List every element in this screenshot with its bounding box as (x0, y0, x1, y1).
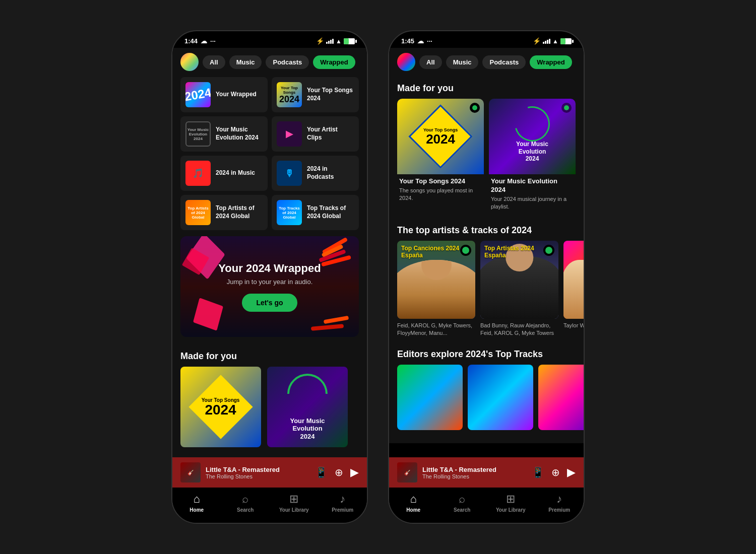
nav-item-search-1[interactable]: ⌕ Search (230, 493, 261, 513)
clips-label-1: Your Artist Clips (307, 126, 354, 142)
banner-decorations-1 (180, 236, 359, 337)
avatar-2[interactable] (397, 53, 415, 71)
lets-go-button-1[interactable]: Let's go (242, 294, 297, 312)
list-item[interactable]: 🎵 2024 in Music (180, 156, 268, 191)
phone-1: 1:44 ☁ ··· ⚡ ▲ All Music Podc (171, 30, 368, 524)
nav-item-library-1[interactable]: ⊞ Your Library (279, 493, 309, 513)
bottom-nav-2: ⌂ Home ⌕ Search ⊞ Your Library ♪ Premium (389, 488, 584, 523)
list-item[interactable]: Your MusicEvolution2024 (267, 367, 348, 450)
tab-podcasts-2[interactable]: Podcasts (482, 55, 526, 69)
nav-label-premium-2: Premium (548, 507, 570, 513)
evolution-thumb-1: Your Music Evolution2024 (185, 121, 211, 147)
list-item[interactable] (468, 365, 533, 432)
list-item[interactable]: 🎙 2024 in Podcasts (272, 156, 359, 191)
list-item[interactable]: 2024 Your Wrapped (180, 77, 268, 112)
wifi-icon-1: ▲ (336, 38, 342, 45)
made-for-you-header-1: Made for you (172, 345, 367, 367)
list-item[interactable]: Your Top Songs 2024 Your Top Songs 2024 (272, 77, 359, 112)
made-for-you-header-2: Made for you (389, 77, 584, 99)
tab-all-1[interactable]: All (203, 55, 225, 69)
partial-names-2: Taylor Week... (563, 322, 584, 329)
nav-item-premium-1[interactable]: ♪ Premium (328, 493, 358, 513)
list-item[interactable]: Top Tracks of 2024 Global Top Tracks of … (272, 195, 359, 230)
partial-thumb-2 (563, 241, 584, 319)
wifi-icon-2: ▲ (552, 38, 558, 45)
editors-header-2: Editors explore 2024's Top Tracks (389, 343, 584, 365)
nav-item-home-2[interactable]: ⌂ Home (398, 493, 428, 513)
status-right-1: ⚡ ▲ (316, 37, 355, 45)
list-item[interactable]: Your Top Songs 2024 (180, 367, 261, 450)
list-item[interactable]: Top Canciones 2024 España Feid, KAROL G,… (397, 241, 475, 337)
cloud-icon-2: ☁ (417, 37, 424, 45)
nav-item-search-2[interactable]: ⌕ Search (447, 493, 477, 513)
list-item[interactable] (538, 365, 584, 432)
cloud-icon-1: ☁ (201, 37, 207, 45)
tab-wrapped-1[interactable]: Wrapped (313, 55, 355, 69)
list-item[interactable]: ▶ Your Artist Clips (272, 116, 359, 152)
nav-item-home-1[interactable]: ⌂ Home (181, 493, 212, 513)
canciones-badge-2: Top Canciones 2024 España (401, 245, 461, 259)
topsongs-thumb-1: Your Top Songs 2024 (277, 82, 302, 107)
list-item[interactable]: Top Artists of 2024 Global Top Artists o… (180, 195, 268, 230)
search-icon-1: ⌕ (242, 493, 248, 506)
list-item[interactable]: Top Artistas 2024 España Bad Bunny, Rauw… (480, 241, 558, 337)
evolution-card-sub-2: Your 2024 musical journey in a playlist. (489, 195, 576, 215)
avatar-1[interactable] (180, 53, 199, 71)
play-button-2[interactable]: ▶ (567, 466, 576, 479)
tab-wrapped-2[interactable]: Wrapped (530, 55, 572, 69)
music-thumb-1: 🎵 (185, 161, 211, 186)
topsongs-card-title-2: Your Top Songs 2024 (399, 177, 482, 186)
list-item[interactable] (397, 365, 463, 432)
np-title-1: Little T&A - Remastered (206, 466, 310, 473)
phone-content-1: All Music Podcasts Wrapped 2024 Your Wra… (172, 48, 367, 457)
topsongs-card-2: Your Top Songs 2024 (397, 99, 484, 174)
battery-icon-1 (344, 38, 355, 44)
editor-thumb-1 (397, 365, 463, 430)
dots-icon-2: ··· (427, 37, 432, 45)
status-right-2: ⚡ ▲ (533, 37, 572, 45)
now-playing-bar-1[interactable]: 🎸 Little T&A - Remastered The Rolling St… (172, 457, 367, 488)
tab-podcasts-1[interactable]: Podcasts (266, 55, 309, 69)
topartists-label-1: Top Artists of 2024 Global (216, 204, 263, 220)
editor-thumb-2 (468, 365, 533, 430)
tab-music-2[interactable]: Music (446, 55, 479, 69)
np-artist-1: The Rolling Stones (206, 473, 310, 479)
podcasts-label-1: 2024 in Podcasts (307, 165, 354, 181)
now-playing-bar-2[interactable]: 🎸 Little T&A - Remastered The Rolling St… (389, 457, 584, 488)
add-to-playlist-button-2[interactable]: ⊕ (551, 466, 560, 478)
phone-content-2: All Music Podcasts Wrapped Made for you (389, 48, 584, 443)
list-item[interactable]: Your MusicEvolution2024 Your Music Evolu… (489, 99, 576, 215)
np-artist-2: The Rolling Stones (422, 473, 527, 479)
clips-thumb-1: ▶ (277, 121, 302, 147)
banner-subtitle-1: Jump in to your year in audio. (227, 278, 313, 286)
add-to-playlist-button-1[interactable]: ⊕ (335, 466, 343, 478)
status-left-2: 1:45 ☁ ··· (401, 37, 432, 45)
status-left-1: 1:44 ☁ ··· (184, 37, 216, 45)
tab-all-2[interactable]: All (419, 55, 442, 69)
nav-tabs-1: All Music Podcasts Wrapped (172, 48, 367, 77)
made-for-you-row-1: Your Top Songs 2024 Your MusicEvolution2… (172, 367, 367, 456)
evolution-card-2: Your MusicEvolution2024 (489, 99, 576, 174)
spotify-badge-1 (460, 245, 471, 256)
wrapped-thumb-1: 2024 (185, 82, 211, 107)
music-label-1: 2024 in Music (216, 169, 255, 177)
wrapped-banner-1: Your 2024 Wrapped Jump in to your year i… (180, 236, 359, 337)
list-item[interactable]: Your Music Evolution2024 Your Music Evol… (180, 116, 268, 152)
artistas-thumb-2: Top Artistas 2024 España (480, 241, 558, 319)
np-title-2: Little T&A - Remastered (422, 466, 527, 473)
made-for-you-grid-2: Your Top Songs 2024 Your Top Songs 2024 … (389, 99, 584, 219)
nav-item-premium-2[interactable]: ♪ Premium (544, 493, 575, 513)
nav-label-home-2: Home (406, 507, 420, 513)
nav-item-library-2[interactable]: ⊞ Your Library (495, 493, 526, 513)
play-button-1[interactable]: ▶ (350, 466, 359, 479)
tab-music-1[interactable]: Music (229, 55, 262, 69)
status-bar-1: 1:44 ☁ ··· ⚡ ▲ (172, 31, 367, 48)
connect-devices-button-2[interactable]: 📱 (532, 466, 544, 478)
topsongs-card-sub-2: The songs you played most in 2024. (397, 187, 484, 206)
list-item[interactable]: Your Top Songs 2024 Your Top Songs 2024 … (397, 99, 484, 215)
spotify-badge-2 (543, 245, 554, 256)
canciones-names-2: Feid, KAROL G, Myke Towers, FloyyMenor, … (397, 322, 475, 337)
list-item[interactable]: Taylor Week... (563, 241, 584, 337)
connect-devices-button-1[interactable]: 📱 (315, 466, 328, 478)
library-icon-1: ⊞ (289, 493, 298, 506)
